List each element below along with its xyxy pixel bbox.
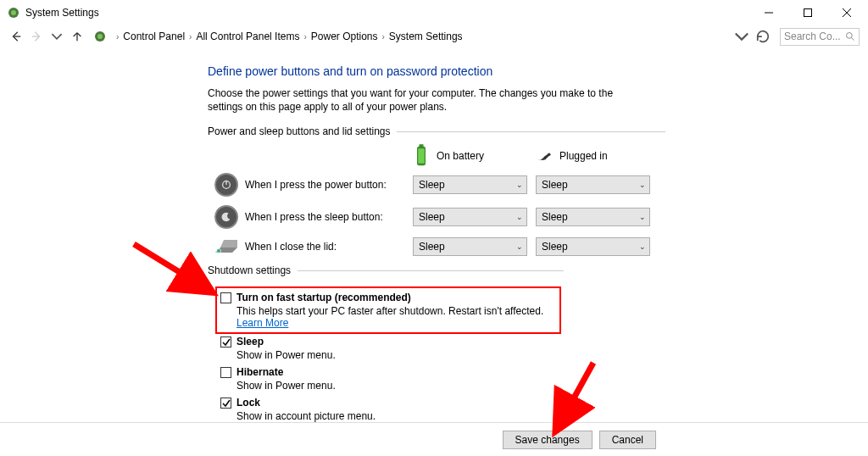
page-heading: Define power buttons and turn on passwor… [208,64,868,78]
search-placeholder: Search Co... [784,31,841,42]
chevron-down-icon: ⌄ [639,242,646,251]
app-icon [7,6,20,19]
search-input[interactable]: Search Co... [780,28,860,46]
col-battery-label: On battery [437,150,484,162]
power-plugged-dropdown[interactable]: Sleep⌄ [536,175,650,194]
fast-startup-label: Turn on fast startup (recommended) [236,292,411,303]
sleep-icon [214,205,238,229]
footer: Save changes Cancel [0,422,868,456]
svg-point-15 [548,153,550,155]
svg-line-11 [852,38,854,41]
lid-battery-dropdown[interactable]: Sleep⌄ [413,237,527,256]
chevron-down-icon: ⌄ [516,213,523,221]
toolbar: › Control Panel › All Control Panel Item… [0,25,868,47]
battery-icon [413,147,430,164]
breadcrumb-item[interactable]: Control Panel [123,31,185,42]
forward-button[interactable] [27,27,46,46]
row-sleep-button: When I press the sleep button: Sleep⌄ Sl… [208,205,868,229]
shutdown-settings: Turn on fast startup (recommended) This … [220,286,868,422]
chevron-down-icon: ⌄ [516,242,523,251]
fast-startup-desc: This helps start your PC faster after sh… [236,305,553,329]
lock-option-desc: Show in account picture menu. [236,410,868,422]
chevron-right-icon: › [116,32,119,42]
sleep-plugged-dropdown[interactable]: Sleep⌄ [536,208,650,226]
page-description: Choose the power settings that you want … [208,86,648,114]
svg-point-18 [217,249,221,253]
power-columns-header: On battery Plugged in [208,147,868,164]
breadcrumb[interactable]: › Control Panel › All Control Panel Item… [112,31,732,42]
save-changes-button[interactable]: Save changes [503,431,593,449]
lock-option-label: Lock [236,397,260,409]
breadcrumb-item[interactable]: All Control Panel Items [196,31,299,42]
window-title: System Settings [25,7,99,19]
svg-rect-3 [804,9,812,17]
maximize-button[interactable] [788,0,827,25]
annotation-highlight: Turn on fast startup (recommended) This … [215,286,561,334]
power-icon [214,173,238,197]
lid-icon [214,237,239,256]
sleep-option-desc: Show in Power menu. [236,349,868,361]
up-button[interactable] [68,27,86,46]
col-plugged-label: Plugged in [559,150,608,162]
hibernate-option-label: Hibernate [236,366,283,378]
chevron-right-icon: › [189,32,192,42]
breadcrumb-dropdown[interactable] [734,29,749,44]
svg-point-9 [97,34,103,39]
chevron-down-icon: ⌄ [639,181,646,189]
row-lid-label: When I close the lid: [245,241,413,253]
close-button[interactable] [827,0,866,25]
back-button[interactable] [7,27,25,46]
refresh-button[interactable] [754,28,771,45]
sleep-battery-dropdown[interactable]: Sleep⌄ [413,208,527,226]
checkbox-sleep[interactable] [220,336,231,348]
recent-dropdown[interactable] [47,27,66,46]
svg-rect-13 [420,145,424,148]
row-power-label: When I press the power button: [245,179,413,191]
chevron-down-icon: ⌄ [516,181,523,189]
chevron-right-icon: › [303,32,306,42]
hibernate-option-desc: Show in Power menu. [236,380,868,392]
power-battery-dropdown[interactable]: Sleep⌄ [413,175,527,194]
row-close-lid: When I close the lid: Sleep⌄ Sleep⌄ [208,237,868,256]
breadcrumb-item[interactable]: System Settings [389,31,463,42]
svg-rect-14 [418,149,425,164]
location-icon [93,30,107,43]
section-power-sleep: Power and sleep buttons and lid settings [208,125,665,137]
titlebar: System Settings [0,0,868,25]
svg-point-10 [847,33,853,39]
checkbox-lock[interactable] [220,398,231,409]
row-power-button: When I press the power button: Sleep⌄ Sl… [208,173,868,197]
search-icon [845,31,855,42]
chevron-down-icon: ⌄ [639,213,646,221]
breadcrumb-item[interactable]: Power Options [311,31,378,42]
content-area: Define power buttons and turn on passwor… [0,47,868,422]
row-sleep-label: When I press the sleep button: [245,211,413,223]
chevron-right-icon: › [382,32,385,42]
minimize-button[interactable] [749,0,788,25]
svg-point-1 [11,10,16,15]
checkbox-fast-startup[interactable] [220,292,231,303]
plug-icon [536,147,553,164]
sleep-option-label: Sleep [236,336,264,348]
cancel-button[interactable]: Cancel [599,431,656,449]
learn-more-link[interactable]: Learn More [236,317,288,329]
section-shutdown: Shutdown settings [208,264,564,276]
lid-plugged-dropdown[interactable]: Sleep⌄ [536,237,650,256]
checkbox-hibernate[interactable] [220,367,231,378]
